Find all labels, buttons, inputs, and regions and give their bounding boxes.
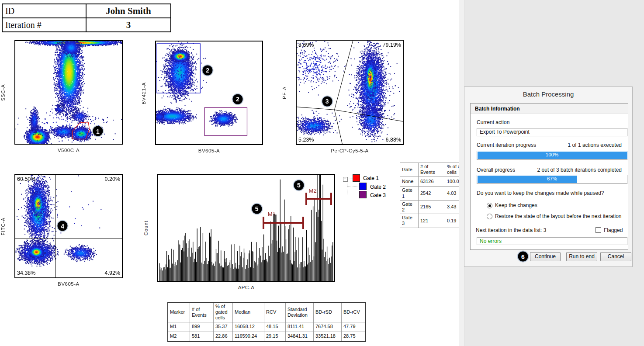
table-cell: 48.15 bbox=[264, 322, 286, 332]
gate-legend-label[interactable]: Gate 1 bbox=[363, 175, 379, 181]
next-iteration-label: Next iteration in the data list: 3 bbox=[476, 227, 546, 233]
gate-overlay[interactable] bbox=[297, 41, 403, 144]
gate-legend-tree: Gate 1Gate 2Gate 3 bbox=[342, 173, 399, 202]
percent-label-tr: 79.19% bbox=[383, 42, 401, 48]
range-marker-cap[interactable] bbox=[330, 193, 332, 205]
table-row: M189935.3716058.1248.158111.417674.5847.… bbox=[168, 322, 366, 332]
batch-processing-dialog: Batch Processing Batch Information Curre… bbox=[464, 86, 633, 267]
range-marker-cap[interactable] bbox=[305, 193, 307, 205]
histogram-canvas bbox=[158, 175, 334, 281]
column-header: # of Events bbox=[190, 302, 214, 322]
range-marker-M2[interactable] bbox=[306, 198, 332, 200]
spider-gate-line[interactable] bbox=[297, 107, 335, 110]
restore-layout-radio-label[interactable]: Restore the state of the layout before t… bbox=[495, 213, 622, 219]
table-cell: M1 bbox=[168, 322, 190, 332]
spider-gate-line[interactable] bbox=[335, 41, 353, 110]
gate-overlay[interactable] bbox=[156, 42, 262, 144]
keep-changes-radio[interactable] bbox=[487, 203, 492, 208]
callout-badge-4: 4 bbox=[58, 221, 68, 231]
callout-badge-3: 3 bbox=[322, 96, 332, 106]
column-header: Gate bbox=[400, 163, 419, 176]
table-cell: 63126 bbox=[419, 176, 445, 187]
x-axis-label: BV605-A bbox=[155, 148, 263, 153]
spider-gate-line[interactable] bbox=[335, 110, 343, 144]
table-cell: 581 bbox=[190, 332, 214, 342]
iteration-progress-label: Current iteration progress bbox=[477, 142, 536, 148]
rectangle-gate[interactable] bbox=[204, 107, 247, 135]
table-cell: None bbox=[400, 176, 419, 187]
id-label: ID bbox=[2, 4, 86, 18]
plot-bv421-vs-bv605[interactable]: 22 bbox=[155, 41, 263, 145]
column-header: Median bbox=[233, 302, 264, 322]
restore-layout-radio[interactable] bbox=[487, 214, 492, 219]
polygon-gate[interactable] bbox=[73, 122, 90, 139]
tree-connector bbox=[347, 187, 359, 187]
batch-information-panel: Batch Information Current action Export … bbox=[470, 103, 628, 250]
table-row: M258122.86116590.2429.1534841.3133521.18… bbox=[168, 332, 366, 342]
keep-changes-radio-label[interactable]: Keep the changes bbox=[495, 202, 537, 208]
current-action-field[interactable]: Export To Powerpoint bbox=[477, 128, 627, 136]
column-header: Marker bbox=[168, 302, 190, 322]
cancel-button[interactable]: Cancel bbox=[600, 252, 631, 261]
table-cell: 8111.41 bbox=[286, 322, 314, 332]
table-cell: Gate 3 bbox=[400, 214, 419, 228]
table-cell: 29.15 bbox=[264, 332, 286, 342]
flagged-checkbox-label[interactable]: Flagged bbox=[604, 227, 623, 233]
gate-color-swatch[interactable] bbox=[359, 183, 367, 190]
keep-changes-question: Do you want to keep the changes made whi… bbox=[477, 190, 604, 196]
patient-id-table: ID John Smith Iteration # 3 bbox=[2, 3, 171, 32]
table-cell: 22.86 bbox=[214, 332, 233, 342]
table-cell: M2 bbox=[168, 332, 190, 342]
spider-gate-line[interactable] bbox=[335, 110, 403, 121]
gate-legend-label[interactable]: Gate 3 bbox=[370, 192, 386, 198]
overall-progress-status: 2 out of 3 batch iterations completed bbox=[537, 167, 622, 173]
gate-color-swatch[interactable] bbox=[353, 174, 360, 182]
plot-ssc-vs-v500c[interactable]: 1 bbox=[14, 40, 123, 145]
column-header: RCV bbox=[264, 302, 286, 322]
y-axis-label: SSC-A bbox=[0, 71, 7, 114]
flagged-checkbox[interactable] bbox=[596, 227, 601, 233]
section-header-label: Batch Information bbox=[475, 106, 520, 112]
range-marker-cap[interactable] bbox=[302, 217, 304, 229]
run-to-end-button[interactable]: Run to end bbox=[566, 252, 597, 261]
y-axis-label: BV421-A bbox=[141, 71, 148, 115]
section-header: Batch Information bbox=[471, 104, 628, 114]
table-cell: 2542 bbox=[419, 187, 445, 200]
table-header-row: Marker# of Events% of gated cellsMedianR… bbox=[168, 302, 366, 322]
percent-label-bl: 34.38% bbox=[17, 270, 35, 276]
table-cell: 34841.31 bbox=[286, 332, 314, 342]
gate-legend-label[interactable]: Gate 2 bbox=[370, 184, 386, 190]
callout-badge-1: 1 bbox=[93, 126, 103, 136]
overall-progress-bar: 67% bbox=[477, 175, 627, 184]
table-cell: 116590.24 bbox=[233, 332, 264, 342]
gate-overlay[interactable] bbox=[15, 41, 122, 144]
range-marker-cap[interactable] bbox=[263, 217, 264, 229]
continue-button[interactable]: Continue bbox=[530, 252, 561, 261]
table-cell: 28.75 bbox=[342, 332, 366, 342]
iteration-value: 3 bbox=[86, 18, 171, 32]
callout-badge-2: 2 bbox=[203, 65, 213, 75]
table-cell: 16058.12 bbox=[233, 322, 264, 332]
x-axis-label: BV605-A bbox=[14, 281, 123, 287]
plot-fitc-vs-bv605[interactable]: 60.50%0.20%34.38%4.92%4 bbox=[14, 174, 123, 278]
plot-count-vs-apc[interactable]: M1M255 bbox=[157, 174, 335, 282]
app-root: ID John Smith Iteration # 3 Gate 1Gate 2… bbox=[0, 0, 644, 346]
range-marker-M1[interactable] bbox=[263, 222, 303, 224]
gate-overlay[interactable] bbox=[15, 175, 122, 277]
current-action-label: Current action bbox=[477, 119, 509, 125]
rectangle-gate[interactable] bbox=[157, 44, 200, 93]
marker-label-M1: M1 bbox=[268, 211, 276, 218]
table-cell: 899 bbox=[190, 322, 214, 332]
x-axis-label: PerCP-Cy5-5-A bbox=[296, 148, 404, 153]
table-cell: Gate 1 bbox=[400, 187, 419, 200]
progress-percent-text: 100% bbox=[477, 152, 627, 157]
plot-pe-vs-percp[interactable]: 8.69%79.19%5.23%6.88%3 bbox=[296, 40, 404, 145]
column-header: % of gated cells bbox=[214, 302, 233, 322]
table-row: ID John Smith bbox=[2, 4, 171, 18]
tree-connector bbox=[347, 179, 353, 179]
side-panel: Batch Processing Batch Information Curre… bbox=[459, 0, 644, 346]
callout-badge-5: 5 bbox=[294, 180, 304, 190]
gate-color-swatch[interactable] bbox=[359, 191, 367, 198]
callout-badge-2: 2 bbox=[232, 94, 242, 104]
error-status-field: No errors bbox=[477, 237, 627, 245]
